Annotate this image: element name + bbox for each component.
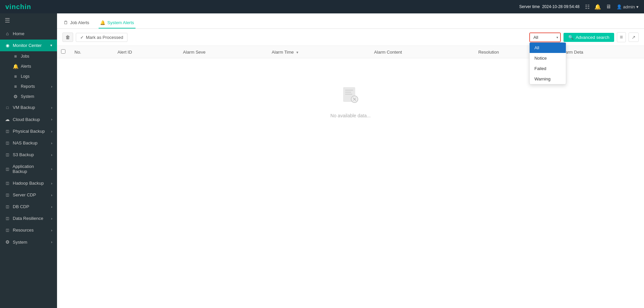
advanced-search-button[interactable]: 🔍 Advanced search xyxy=(564,33,614,42)
col-alarm-seve-label: Alarm Seve xyxy=(183,50,206,55)
tab-system-alerts-label: System Alerts xyxy=(107,20,134,25)
server-cdp-arrow: › xyxy=(51,193,52,197)
sidebar-item-hadoop-backup-label: Hadoop Backup xyxy=(13,181,44,186)
mark-as-processed-button[interactable]: ✓ Mark as Processed xyxy=(76,33,127,42)
col-alert-id-label: Alert ID xyxy=(117,50,132,55)
mark-icon: ✓ xyxy=(80,35,84,40)
cloud-backup-arrow: › xyxy=(51,117,52,121)
content-area: 🗒 Job Alerts 🔔 System Alerts 🗑 ✓ Mark as… xyxy=(57,13,644,308)
sidebar-item-resources-label: Resources xyxy=(13,228,34,233)
tab-job-alerts[interactable]: 🗒 Job Alerts xyxy=(62,17,91,28)
list-view-button[interactable]: ≡ xyxy=(617,32,626,42)
export-button[interactable]: ↗ xyxy=(629,33,639,42)
sidebar-item-resources[interactable]: ◫ Resources › xyxy=(0,224,57,236)
svg-rect-2 xyxy=(345,92,351,93)
sidebar-item-jobs[interactable]: ≡ Jobs xyxy=(10,51,57,61)
tabs: 🗒 Job Alerts 🔔 System Alerts xyxy=(57,13,644,29)
username: admin xyxy=(623,4,635,9)
system-sub-icon: ⚙ xyxy=(13,94,18,99)
dropdown-option-all[interactable]: All xyxy=(530,43,566,53)
topbar-user[interactable]: 👤 admin ▾ xyxy=(616,4,639,9)
alerts-icon: 🔔 xyxy=(13,64,18,69)
search-icon: 🔍 xyxy=(568,35,574,40)
sidebar-item-alerts-label: Alerts xyxy=(21,64,31,69)
bell-icon[interactable]: 🔔 xyxy=(594,4,601,10)
dropdown-option-notice[interactable]: Notice xyxy=(530,53,566,63)
s3-backup-icon: ◫ xyxy=(5,152,10,157)
monitor-icon[interactable]: 🖥 xyxy=(606,4,611,10)
sidebar-item-server-cdp[interactable]: ◫ Server CDP › xyxy=(0,189,57,201)
data-resilience-arrow: › xyxy=(51,217,52,221)
dropdown-option-failed[interactable]: Failed xyxy=(530,63,566,74)
advanced-search-label: Advanced search xyxy=(576,35,609,40)
message-icon[interactable]: ☷ xyxy=(585,4,590,10)
sidebar-item-system-main[interactable]: ⚙ System › xyxy=(0,236,57,248)
monitor-center-icon: ◉ xyxy=(5,43,10,48)
server-time: Server time 2024-10-28 09:54:48 xyxy=(519,4,579,9)
topbar: vinchin Server time 2024-10-28 09:54:48 … xyxy=(0,0,644,13)
jobs-icon: ≡ xyxy=(13,54,18,59)
sidebar-item-alerts[interactable]: 🔔 Alerts xyxy=(10,61,57,71)
mark-as-processed-label: Mark as Processed xyxy=(86,35,123,40)
nas-backup-icon: ◫ xyxy=(5,141,10,145)
system-alerts-icon: 🔔 xyxy=(100,20,105,25)
hamburger-button[interactable]: ☰ xyxy=(0,13,57,27)
svg-rect-3 xyxy=(345,94,352,95)
th-alarm-deta: Alarm Deta xyxy=(557,46,644,58)
sidebar-item-cloud-backup-label: Cloud Backup xyxy=(13,117,40,122)
dropdown-option-warning[interactable]: Warning xyxy=(530,74,566,84)
filter-dropdown-container[interactable]: All Notice Failed Warning ▾ All Notice F… xyxy=(529,33,561,42)
sidebar-item-db-cdp[interactable]: ◫ DB CDP › xyxy=(0,201,57,212)
sidebar-item-reports-label: Reports xyxy=(21,84,35,89)
th-alarm-time[interactable]: Alarm Time ▼ xyxy=(268,46,370,58)
th-alarm-seve: Alarm Seve xyxy=(179,46,268,58)
sidebar-item-s3-backup[interactable]: ◫ S3 Backup › xyxy=(0,149,57,161)
logo-suffix: chin xyxy=(16,3,31,10)
export-icon: ↗ xyxy=(632,35,636,40)
system-main-arrow: › xyxy=(51,240,52,244)
list-icon: ≡ xyxy=(620,34,623,40)
sidebar-item-application-backup[interactable]: ◫ Application Backup › xyxy=(0,161,57,177)
sidebar-item-system-main-label: System xyxy=(13,240,27,245)
sidebar-item-hadoop-backup[interactable]: ◫ Hadoop Backup › xyxy=(0,177,57,189)
topbar-icons: ☷ 🔔 🖥 xyxy=(585,4,611,10)
sidebar-item-nas-backup[interactable]: ◫ NAS Backup › xyxy=(0,137,57,149)
sidebar-item-monitor-center[interactable]: ◉ Monitor Center ▾ xyxy=(0,40,57,51)
topbar-right: Server time 2024-10-28 09:54:48 ☷ 🔔 🖥 👤 … xyxy=(519,4,639,10)
th-alert-id: Alert ID xyxy=(113,46,179,58)
select-all-checkbox[interactable] xyxy=(61,49,65,54)
sidebar-item-system-sub[interactable]: ⚙ System xyxy=(10,91,57,102)
trash-icon: 🗑 xyxy=(65,35,70,40)
sidebar-item-system-sub-label: System xyxy=(21,94,34,99)
toolbar-left: 🗑 ✓ Mark as Processed xyxy=(62,33,127,42)
tab-system-alerts[interactable]: 🔔 System Alerts xyxy=(99,17,135,28)
sidebar-item-data-resilience[interactable]: ◫ Data Resilience › xyxy=(0,212,57,224)
table-container: No. Alert ID Alarm Seve Alarm Time ▼ xyxy=(57,46,644,308)
db-cdp-arrow: › xyxy=(51,205,52,209)
th-alarm-content: Alarm Content xyxy=(370,46,474,58)
logs-icon: ≡ xyxy=(13,74,18,79)
filter-dropdown-popup: All Notice Failed Warning xyxy=(529,42,566,84)
hadoop-backup-arrow: › xyxy=(51,181,52,185)
sort-icon: ▼ xyxy=(296,51,299,54)
sidebar-item-physical-backup[interactable]: ◫ Physical Backup › xyxy=(0,125,57,137)
data-resilience-icon: ◫ xyxy=(5,216,10,221)
sidebar-item-vm-backup[interactable]: □ VM Backup › xyxy=(0,102,57,113)
sidebar-item-cloud-backup[interactable]: ☁ Cloud Backup › xyxy=(0,113,57,125)
sidebar-item-home[interactable]: ⌂ Home xyxy=(0,27,57,40)
empty-icon xyxy=(340,85,361,109)
sidebar: ☰ ⌂ Home ◉ Monitor Center ▾ ≡ Jobs 🔔 Ale… xyxy=(0,13,57,308)
sidebar-item-reports[interactable]: ≡ Reports › xyxy=(10,81,57,91)
sidebar-item-logs[interactable]: ≡ Logs xyxy=(10,71,57,81)
trash-button[interactable]: 🗑 xyxy=(62,33,73,42)
vm-backup-icon: □ xyxy=(5,106,10,110)
application-backup-icon: ◫ xyxy=(5,167,10,171)
logo-prefix: vin xyxy=(5,3,16,10)
db-cdp-icon: ◫ xyxy=(5,204,10,209)
sidebar-item-s3-backup-label: S3 Backup xyxy=(13,152,34,157)
sidebar-item-home-label: Home xyxy=(13,31,24,36)
sidebar-item-vm-backup-label: VM Backup xyxy=(13,105,35,110)
empty-message: No available data... xyxy=(330,113,371,118)
resources-icon: ◫ xyxy=(5,228,10,232)
filter-dropdown[interactable]: All Notice Failed Warning xyxy=(530,33,560,42)
